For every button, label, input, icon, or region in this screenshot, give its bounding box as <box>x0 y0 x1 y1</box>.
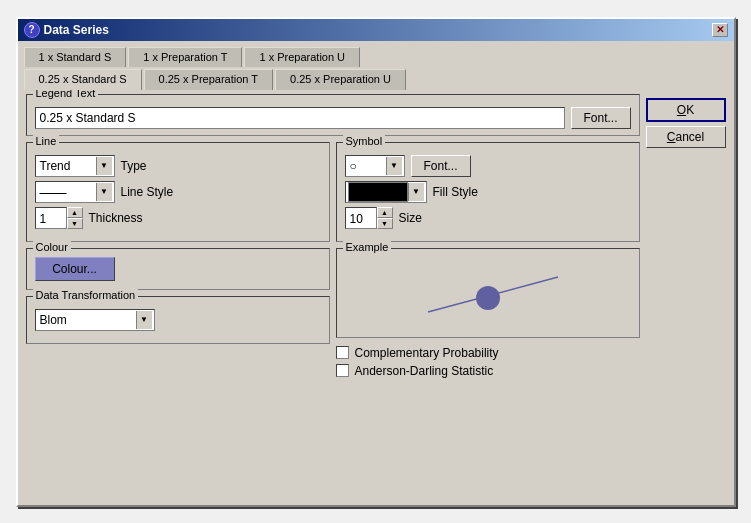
tab-1x-standard-s[interactable]: 1 x Standard S <box>24 47 127 67</box>
comp-prob-checkbox[interactable] <box>336 346 349 359</box>
ok-button[interactable]: OK <box>646 98 726 122</box>
tab-025x-standard-s[interactable]: 0.25 x Standard S <box>24 69 142 90</box>
transform-group-label: Data Transformation <box>33 289 139 301</box>
anderson-label: Anderson-Darling Statistic <box>355 364 494 378</box>
transform-row: Blom ▼ <box>35 309 321 331</box>
transform-select[interactable]: Blom ▼ <box>35 309 155 331</box>
anderson-row: Anderson-Darling Statistic <box>336 364 640 378</box>
linestyle-select-arrow: ▼ <box>96 183 112 201</box>
colour-button[interactable]: Colour... <box>35 257 115 281</box>
line-group-label: Line <box>33 135 60 147</box>
legend-text-input[interactable] <box>35 107 565 129</box>
type-label: Type <box>121 159 147 173</box>
linestyle-label: Line Style <box>121 185 174 199</box>
fill-style-arrow: ▼ <box>408 183 424 201</box>
type-row: Trend ▼ Type <box>35 155 321 177</box>
right-buttons-panel: OK Cancel <box>646 94 726 378</box>
size-down-button[interactable]: ▼ <box>377 218 393 229</box>
thickness-up-button[interactable]: ▲ <box>67 207 83 218</box>
tabs-row-1: 1 x Standard S 1 x Preparation T 1 x Pre… <box>18 41 734 65</box>
tab-025x-preparation-t[interactable]: 0.25 x Preparation T <box>144 69 273 90</box>
line-group: Line Trend ▼ Type —— ▼ Line Style <box>26 142 330 242</box>
size-spinner: ▲ ▼ <box>377 207 393 229</box>
linestyle-row: —— ▼ Line Style <box>35 181 321 203</box>
size-up-button[interactable]: ▲ <box>377 207 393 218</box>
thickness-down-button[interactable]: ▼ <box>67 218 83 229</box>
symbol-group: Symbol ○ ▼ Font... ▼ Fill Style <box>336 142 640 242</box>
anderson-checkbox[interactable] <box>336 364 349 377</box>
title-bar: ? Data Series ✕ <box>18 19 734 41</box>
dialog-icon: ? <box>24 22 40 38</box>
symbol-type-arrow: ▼ <box>386 157 402 175</box>
example-group: Example <box>336 248 640 338</box>
left-panel: Legend Text Font... Line Trend ▼ T <box>26 94 640 378</box>
fill-color-preview <box>348 182 408 202</box>
symbol-group-label: Symbol <box>343 135 386 147</box>
symbol-type-row: ○ ▼ Font... <box>345 155 631 177</box>
colour-group-label: Colour <box>33 241 71 253</box>
example-svg <box>408 262 568 322</box>
type-select[interactable]: Trend ▼ <box>35 155 115 177</box>
main-content: Legend Text Font... Line Trend ▼ T <box>18 88 734 384</box>
comp-prob-row: Complementary Probability <box>336 346 640 360</box>
tab-025x-preparation-u[interactable]: 0.25 x Preparation U <box>275 69 406 90</box>
colour-group: Colour Colour... <box>26 248 330 290</box>
linestyle-select[interactable]: —— ▼ <box>35 181 115 203</box>
thickness-value: 1 <box>35 207 67 229</box>
tabs-row-2: 0.25 x Standard S 0.25 x Preparation T 0… <box>18 65 734 88</box>
example-group-label: Example <box>343 241 392 253</box>
size-row: 10 ▲ ▼ Size <box>345 207 631 229</box>
size-value: 10 <box>345 207 377 229</box>
cancel-button[interactable]: Cancel <box>646 126 726 148</box>
data-series-dialog: ? Data Series ✕ 1 x Standard S 1 x Prepa… <box>16 17 736 507</box>
legend-text-group: Legend Text Font... <box>26 94 640 136</box>
line-symbol-row: Line Trend ▼ Type —— ▼ Line Style <box>26 142 640 242</box>
type-select-arrow: ▼ <box>96 157 112 175</box>
legend-font-button[interactable]: Font... <box>571 107 631 129</box>
comp-prob-label: Complementary Probability <box>355 346 499 360</box>
svg-point-1 <box>476 286 500 310</box>
fill-style-select[interactable]: ▼ <box>345 181 427 203</box>
transform-group: Data Transformation Blom ▼ <box>26 296 330 344</box>
transform-select-arrow: ▼ <box>136 311 152 329</box>
fill-style-row: ▼ Fill Style <box>345 181 631 203</box>
tab-1x-preparation-u[interactable]: 1 x Preparation U <box>244 47 360 67</box>
size-label: Size <box>399 211 422 225</box>
thickness-row: 1 ▲ ▼ Thickness <box>35 207 321 229</box>
thickness-label: Thickness <box>89 211 143 225</box>
symbol-type-select[interactable]: ○ ▼ <box>345 155 405 177</box>
dialog-title: Data Series <box>44 23 109 37</box>
legend-text-row: Font... <box>35 107 631 129</box>
thickness-spinner: ▲ ▼ <box>67 207 83 229</box>
tab-1x-preparation-t[interactable]: 1 x Preparation T <box>128 47 242 67</box>
colour-example-row: Colour Colour... Data Transformation Blo… <box>26 248 640 378</box>
close-button[interactable]: ✕ <box>712 23 728 37</box>
symbol-font-button[interactable]: Font... <box>411 155 471 177</box>
example-canvas <box>345 257 631 327</box>
fill-style-label: Fill Style <box>433 185 478 199</box>
